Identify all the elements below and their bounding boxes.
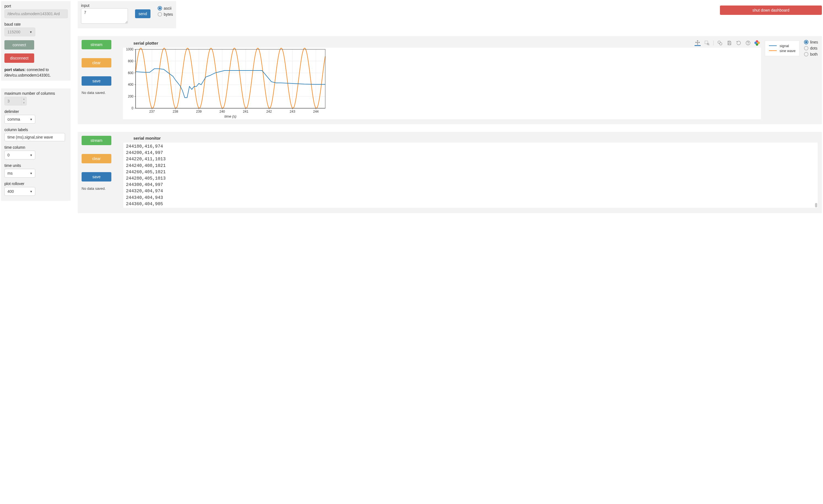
monitor-status: No data saved.	[81, 187, 119, 191]
col-labels-label: column labels	[4, 128, 67, 132]
svg-text:400: 400	[128, 83, 133, 86]
pan-icon[interactable]	[694, 40, 701, 46]
svg-text:800: 800	[128, 59, 133, 63]
plotter-stream-button[interactable]: stream	[81, 40, 111, 49]
reset-icon[interactable]	[735, 40, 742, 46]
bokeh-logo-icon[interactable]	[755, 40, 760, 46]
plot-style-both[interactable]: both	[804, 52, 818, 56]
svg-text:243: 243	[290, 109, 295, 113]
radio-unselected-icon	[804, 46, 808, 50]
help-icon[interactable]	[745, 40, 751, 46]
monitor-output[interactable]: 244180,416,974244200,414,997244220,411,1…	[123, 142, 818, 208]
delimiter-select[interactable]: comma	[4, 115, 35, 123]
time-units-label: time units	[4, 163, 67, 168]
svg-text:240: 240	[219, 109, 225, 113]
plotter-clear-button[interactable]: clear	[81, 58, 111, 67]
send-button[interactable]: send	[135, 9, 151, 18]
svg-point-3	[720, 43, 722, 45]
svg-text:0: 0	[132, 106, 133, 110]
plot-style-dots[interactable]: dots	[804, 46, 818, 50]
spinner-down-icon[interactable]: ▼	[21, 101, 26, 105]
baud-label: baud rate	[4, 22, 67, 26]
svg-text:200: 200	[128, 94, 133, 98]
plot-toolbar	[694, 40, 760, 46]
port-status: port status: connected to /dev/cu.usbmod…	[4, 67, 67, 78]
input-label: input	[81, 3, 128, 8]
monitor-title: serial monitor	[133, 136, 161, 141]
plotter-status: No data saved.	[81, 90, 119, 95]
plot-style-radio-group: lines dots both	[804, 40, 818, 56]
time-units-select[interactable]: ms	[4, 169, 35, 178]
radio-selected-icon	[158, 6, 162, 10]
connection-panel: port /dev/cu.usbmodem143301 Ard baud rat…	[1, 1, 70, 81]
monitor-save-button[interactable]: save	[81, 172, 111, 182]
monitor-clear-button[interactable]: clear	[81, 154, 111, 163]
rollover-label: plot rollover	[4, 182, 67, 186]
max-cols-input[interactable]: 3 ▲ ▼	[4, 97, 27, 105]
svg-text:600: 600	[128, 71, 133, 75]
svg-text:239: 239	[196, 109, 201, 113]
port-label: port	[4, 4, 67, 8]
svg-text:1000: 1000	[126, 48, 133, 51]
radio-unselected-icon	[804, 52, 808, 56]
input-mode-bytes[interactable]: bytes	[158, 12, 173, 17]
wheel-zoom-icon[interactable]	[717, 40, 723, 46]
svg-text:241: 241	[243, 109, 248, 113]
plot-canvas[interactable]: 0200400600800100023723823924024124224324…	[123, 48, 327, 119]
svg-text:238: 238	[173, 109, 178, 113]
input-textarea[interactable]: 7	[81, 8, 128, 24]
spinner-up-icon[interactable]: ▲	[21, 97, 26, 101]
svg-text:244: 244	[313, 109, 319, 113]
plotter-title: serial plotter	[133, 41, 158, 45]
svg-text:237: 237	[149, 109, 155, 113]
save-icon[interactable]	[726, 40, 732, 46]
delimiter-label: delimiter	[4, 109, 67, 114]
radio-unselected-icon	[158, 12, 162, 17]
plotter-save-button[interactable]: save	[81, 76, 111, 86]
radio-selected-icon	[804, 40, 808, 44]
svg-text:242: 242	[266, 109, 272, 113]
connect-button[interactable]: connect	[4, 40, 34, 50]
svg-rect-5	[728, 43, 730, 45]
disconnect-button[interactable]: disconnect	[4, 53, 34, 63]
plotter-panel: stream clear save No data saved. serial …	[78, 36, 822, 124]
max-cols-label: maximum number of columns	[4, 91, 67, 95]
svg-rect-4	[728, 41, 730, 42]
rollover-select[interactable]: 400	[4, 187, 35, 196]
svg-rect-53	[136, 49, 325, 108]
time-col-select[interactable]: 0	[4, 151, 35, 160]
box-zoom-icon[interactable]	[704, 40, 710, 46]
baud-select[interactable]: 115200	[4, 28, 35, 36]
svg-text:time (s): time (s)	[224, 114, 236, 118]
input-mode-ascii[interactable]: ascii	[158, 6, 173, 10]
plot-legend[interactable]: signal sine wave	[765, 40, 800, 56]
monitor-stream-button[interactable]: stream	[81, 136, 111, 145]
scrollbar-thumb[interactable]	[815, 203, 817, 207]
monitor-panel: stream clear save No data saved. serial …	[78, 132, 822, 213]
shutdown-button[interactable]: shut down dashboard	[720, 6, 822, 15]
time-col-label: time column	[4, 145, 67, 150]
input-mode-radio-group: ascii bytes	[158, 3, 173, 17]
config-panel: maximum number of columns 3 ▲ ▼ delimite…	[1, 88, 70, 201]
input-panel: input 7 send ascii bytes	[78, 1, 176, 28]
plot-style-lines[interactable]: lines	[804, 40, 818, 44]
port-select[interactable]: /dev/cu.usbmodem143301 Ard	[4, 9, 68, 18]
col-labels-input[interactable]	[4, 133, 65, 141]
